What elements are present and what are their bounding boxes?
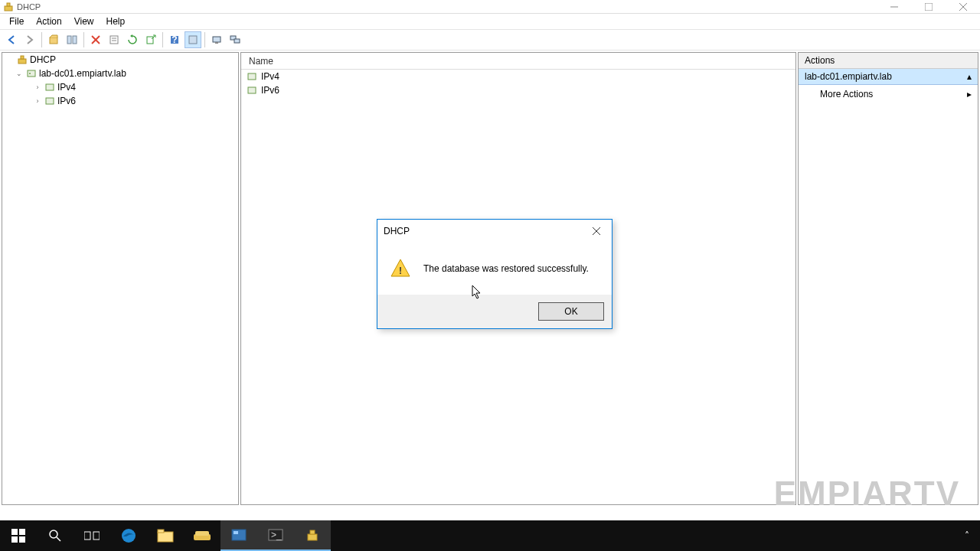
expander-icon[interactable]: › [33, 83, 42, 91]
forward-button[interactable] [21, 31, 38, 48]
list-header-name[interactable]: Name [241, 53, 795, 70]
app-icon[interactable] [184, 520, 220, 551]
svg-rect-47 [234, 531, 238, 534]
actions-panel: Actions lab-dc01.empiartv.lab ▴ More Act… [798, 52, 978, 505]
help-button[interactable]: ? [166, 31, 183, 48]
list-item[interactable]: IPv6 [241, 83, 795, 97]
tree-root[interactable]: DHCP [2, 53, 238, 67]
svg-rect-11 [110, 36, 118, 44]
system-tray[interactable]: ˄ [965, 530, 980, 541]
show-hide-button[interactable] [64, 31, 80, 48]
svg-rect-21 [234, 39, 240, 43]
svg-text:!: ! [399, 266, 402, 276]
dialog-close-button[interactable] [581, 220, 612, 243]
dialog-title: DHCP [384, 226, 581, 236]
delete-button[interactable] [87, 31, 104, 48]
up-button[interactable] [45, 31, 62, 48]
list-item-label: IPv4 [261, 71, 279, 82]
window-title: DHCP [17, 2, 877, 11]
server-manager-icon[interactable] [220, 520, 257, 551]
svg-rect-18 [213, 37, 220, 42]
svg-rect-45 [195, 531, 209, 536]
actions-more[interactable]: More Actions ▸ [799, 85, 978, 103]
svg-line-38 [57, 537, 60, 541]
svg-rect-26 [46, 84, 54, 90]
dhcp-console-icon[interactable] [294, 520, 331, 551]
tree-label: IPv4 [57, 82, 76, 93]
toolbar-button[interactable] [185, 31, 201, 48]
close-button[interactable] [946, 0, 980, 14]
search-button[interactable] [37, 520, 74, 551]
svg-rect-23 [21, 56, 24, 59]
properties-button[interactable] [106, 31, 122, 48]
svg-point-41 [122, 529, 136, 543]
separator [83, 32, 84, 47]
list-item[interactable]: IPv4 [241, 70, 795, 83]
menu-action[interactable]: Action [30, 15, 67, 28]
refresh-button[interactable] [124, 31, 141, 48]
tree-label: lab-dc01.empiartv.lab [39, 68, 126, 79]
menu-bar: File Action View Help [0, 14, 980, 29]
computer-button[interactable] [208, 31, 225, 48]
svg-rect-0 [5, 6, 12, 11]
menu-help[interactable]: Help [100, 15, 132, 28]
tree-panel[interactable]: DHCP ⌄ lab-dc01.empiartv.lab › IPv4 › IP… [2, 52, 239, 505]
menu-view[interactable]: View [68, 15, 100, 28]
expander-icon[interactable]: ⌄ [15, 70, 24, 77]
window-controls [877, 0, 980, 14]
maximize-button[interactable] [911, 0, 946, 14]
svg-rect-6 [50, 37, 57, 44]
svg-point-37 [50, 530, 57, 538]
taskbar: >_ ˄ [0, 520, 980, 551]
task-view-button[interactable] [74, 520, 110, 551]
svg-rect-24 [28, 70, 35, 77]
tree-server[interactable]: ⌄ lab-dc01.empiartv.lab [2, 67, 238, 80]
collapse-icon: ▴ [967, 71, 972, 82]
tray-chevron-icon[interactable]: ˄ [965, 530, 969, 541]
export-button[interactable] [142, 31, 159, 48]
svg-rect-39 [84, 532, 90, 540]
start-button[interactable] [0, 520, 37, 551]
ipv6-icon [44, 95, 56, 107]
back-button[interactable] [3, 31, 20, 48]
cmd-icon[interactable]: >_ [257, 520, 294, 551]
svg-rect-51 [310, 530, 315, 534]
explorer-icon[interactable] [147, 520, 184, 551]
svg-rect-19 [215, 42, 218, 44]
svg-point-25 [29, 73, 31, 74]
svg-rect-22 [18, 59, 26, 64]
svg-text:>_: >_ [271, 530, 282, 540]
svg-text:?: ? [172, 34, 177, 45]
ipv4-icon [246, 70, 258, 83]
minimize-button[interactable] [877, 0, 911, 14]
svg-rect-8 [73, 36, 77, 44]
actions-target[interactable]: lab-dc01.empiartv.lab ▴ [799, 69, 978, 85]
svg-rect-28 [248, 73, 256, 80]
tree-ipv6[interactable]: › IPv6 [2, 94, 238, 108]
dialog-titlebar[interactable]: DHCP [377, 220, 612, 243]
ok-button[interactable]: OK [538, 302, 604, 321]
computers-button[interactable] [227, 31, 243, 48]
list-item-label: IPv6 [261, 85, 279, 96]
actions-more-label: More Actions [820, 89, 873, 99]
svg-rect-14 [147, 37, 153, 44]
tree-label: DHCP [30, 54, 56, 65]
ipv6-icon [246, 84, 258, 96]
actions-target-label: lab-dc01.empiartv.lab [805, 71, 892, 82]
separator [162, 32, 163, 47]
message-dialog: DHCP ! The database was restored success… [377, 219, 612, 329]
separator [204, 32, 205, 47]
svg-rect-34 [19, 529, 25, 535]
dhcp-app-icon [3, 2, 14, 12]
svg-rect-3 [925, 3, 933, 11]
submenu-icon: ▸ [967, 89, 972, 99]
menu-file[interactable]: File [3, 15, 30, 28]
tree-label: IPv6 [57, 96, 76, 106]
toolbar: ? [0, 29, 980, 51]
edge-icon[interactable] [110, 520, 147, 551]
tree-ipv4[interactable]: › IPv4 [2, 80, 238, 94]
dialog-body: ! The database was restored successfully… [377, 243, 612, 295]
svg-rect-40 [93, 532, 100, 540]
expander-icon[interactable]: › [33, 97, 42, 105]
svg-rect-33 [11, 529, 18, 535]
